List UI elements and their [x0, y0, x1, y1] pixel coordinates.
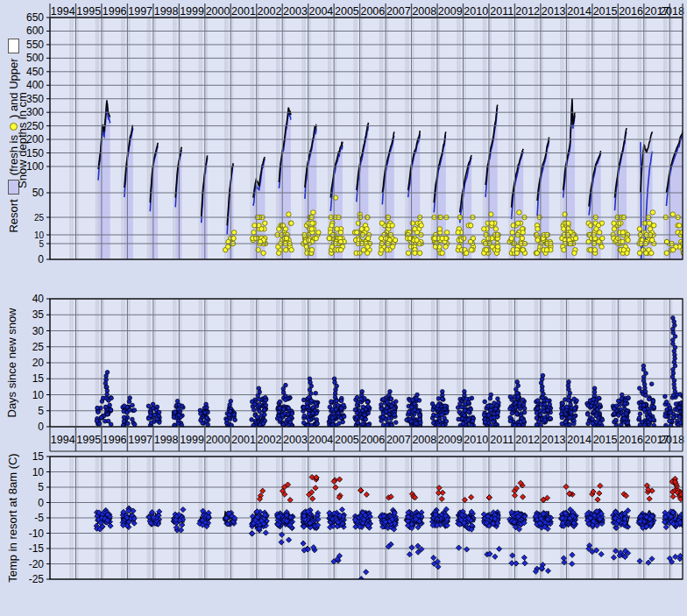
svg-text:1999: 1999	[180, 5, 204, 18]
svg-text:-25: -25	[29, 573, 45, 585]
svg-text:1996: 1996	[103, 5, 127, 18]
svg-text:1995: 1995	[76, 434, 101, 446]
svg-text:550: 550	[26, 39, 44, 51]
svg-text:1998: 1998	[154, 5, 179, 18]
svg-text:10: 10	[32, 466, 45, 478]
svg-text:2010: 2010	[464, 434, 488, 446]
svg-text:2000: 2000	[206, 5, 230, 18]
svg-text:2002: 2002	[258, 5, 282, 18]
svg-text:2013: 2013	[542, 434, 566, 446]
svg-text:1994: 1994	[51, 5, 75, 18]
svg-text:2008: 2008	[412, 434, 436, 446]
svg-text:2015: 2015	[593, 5, 618, 18]
svg-text:35: 35	[32, 308, 45, 321]
svg-text:2004: 2004	[309, 5, 334, 18]
svg-text:2010: 2010	[464, 5, 488, 18]
svg-text:2005: 2005	[335, 434, 359, 446]
svg-text:0: 0	[38, 497, 44, 509]
svg-text:5: 5	[38, 481, 44, 493]
year-axis-row: 1994199519961997199819992000200120022003…	[50, 427, 684, 451]
svg-text:-20: -20	[29, 558, 45, 570]
snow-history-chart-page: 6506005505004504003503002502001501005025…	[0, 0, 687, 616]
year-axis-row: 1994199519961997199819992000200120022003…	[50, 4, 684, 18]
svg-text:0: 0	[38, 253, 44, 266]
days-axis-title: Days since new snow	[3, 301, 20, 424]
snow-axis-title-text: Snow depths in cm	[16, 92, 29, 188]
svg-text:2007: 2007	[386, 434, 411, 446]
svg-text:0: 0	[38, 421, 44, 433]
svg-text:25: 25	[32, 341, 45, 353]
svg-text:1995: 1995	[76, 5, 101, 18]
days-axis-title-text: Days since new snow	[5, 308, 18, 418]
svg-text:2018: 2018	[660, 5, 684, 18]
svg-text:1998: 1998	[154, 434, 179, 446]
svg-text:1997: 1997	[128, 434, 152, 446]
days-since-snow-panel: 0510152025303540	[32, 293, 687, 433]
svg-text:1996: 1996	[103, 434, 127, 446]
svg-text:-10: -10	[29, 527, 45, 540]
svg-text:5: 5	[38, 405, 44, 417]
svg-text:600: 600	[26, 25, 44, 37]
svg-text:1997: 1997	[128, 5, 152, 18]
svg-text:2009: 2009	[438, 434, 463, 446]
svg-text:2011: 2011	[490, 5, 513, 18]
svg-text:50: 50	[32, 187, 45, 199]
svg-text:2018: 2018	[660, 434, 684, 446]
svg-text:2013: 2013	[542, 5, 566, 18]
svg-text:2008: 2008	[412, 5, 436, 18]
svg-text:25: 25	[34, 213, 45, 223]
svg-text:2000: 2000	[206, 434, 230, 446]
svg-text:2012: 2012	[515, 5, 540, 18]
svg-text:-15: -15	[29, 542, 45, 555]
svg-text:2002: 2002	[258, 434, 282, 446]
svg-text:5: 5	[39, 239, 44, 249]
chart-canvas: 6506005505004504003503002502001501005025…	[0, 0, 687, 616]
svg-text:2016: 2016	[619, 5, 643, 18]
svg-text:2015: 2015	[593, 434, 618, 446]
svg-text:1994: 1994	[51, 434, 75, 446]
svg-text:650: 650	[26, 11, 44, 24]
svg-text:2011: 2011	[490, 434, 513, 446]
svg-text:2003: 2003	[283, 5, 308, 18]
svg-text:2007: 2007	[386, 5, 411, 18]
svg-text:2001: 2001	[231, 5, 256, 18]
svg-text:-5: -5	[34, 512, 44, 524]
svg-text:30: 30	[32, 325, 45, 337]
svg-text:2012: 2012	[515, 434, 540, 446]
svg-text:2014: 2014	[567, 5, 591, 18]
upper-swatch	[8, 39, 19, 53]
temp-axis-title: Temp in resort at 8am (C)	[4, 439, 21, 597]
temp-axis-title-text: Temp in resort at 8am (C)	[6, 453, 19, 582]
svg-text:10: 10	[32, 389, 45, 401]
svg-text:2014: 2014	[567, 434, 591, 446]
svg-text:2009: 2009	[438, 5, 463, 18]
snow-axis-title: Snow depths in cm	[13, 53, 31, 228]
snow-depth-panel: 6506005505004504003503002502001501005025…	[26, 11, 687, 266]
svg-text:2003: 2003	[283, 434, 308, 446]
temp-panel: -25-20-15-10-5051015	[29, 450, 687, 585]
svg-text:1999: 1999	[180, 434, 204, 446]
svg-text:2006: 2006	[360, 434, 385, 446]
svg-text:2016: 2016	[619, 434, 643, 446]
svg-text:2004: 2004	[309, 434, 334, 446]
svg-text:2006: 2006	[360, 5, 385, 18]
svg-text:20: 20	[32, 357, 45, 369]
svg-text:40: 40	[32, 293, 45, 305]
svg-text:2005: 2005	[335, 5, 359, 18]
svg-text:2001: 2001	[231, 434, 256, 446]
svg-text:15: 15	[32, 372, 45, 385]
svg-text:15: 15	[32, 450, 45, 463]
